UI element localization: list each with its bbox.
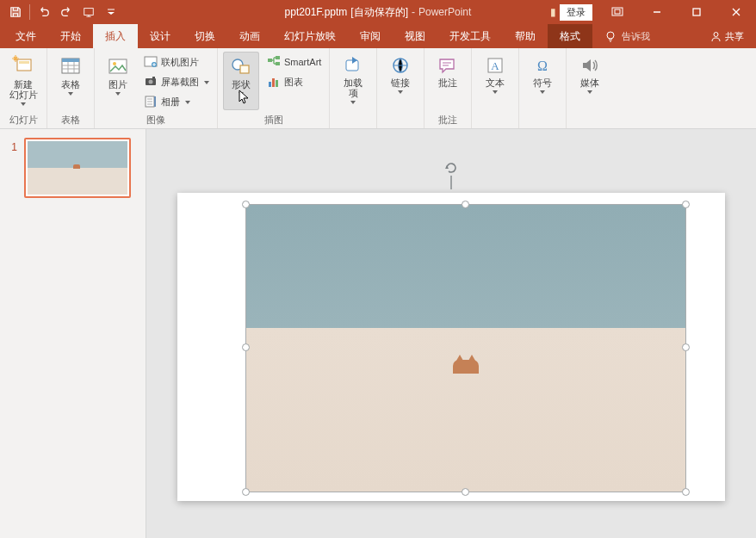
share-button[interactable]: 共享: [698, 24, 756, 48]
tab-slideshow[interactable]: 幻灯片放映: [272, 24, 348, 48]
svg-point-16: [149, 80, 153, 84]
comment-button[interactable]: 批注: [430, 52, 466, 110]
tab-view[interactable]: 视图: [393, 24, 437, 48]
qat-dropdown-icon[interactable]: [101, 2, 121, 22]
svg-rect-0: [84, 9, 94, 15]
chart-icon: [267, 75, 281, 89]
tab-format[interactable]: 格式: [548, 24, 592, 48]
rotate-handle[interactable]: [443, 160, 459, 189]
ribbon: 新建幻灯片 幻灯片 表格 表格 图片 联机: [0, 48, 756, 129]
screenshot-label: 屏幕截图: [161, 76, 199, 89]
group-text: A 文本: [472, 48, 519, 128]
tab-file[interactable]: 文件: [3, 24, 48, 48]
symbols-button[interactable]: Ω 符号: [524, 52, 561, 110]
slide-thumbnails-panel[interactable]: 1: [0, 129, 146, 538]
undo-icon[interactable]: [34, 2, 54, 22]
addins-button[interactable]: 加载项: [335, 52, 371, 110]
svg-rect-24: [276, 62, 280, 65]
resize-handle-bc[interactable]: [462, 488, 469, 496]
pictures-button[interactable]: 图片: [100, 52, 136, 110]
media-label: 媒体: [580, 77, 599, 88]
resize-handle-bl[interactable]: [242, 488, 250, 496]
new-slide-icon: [12, 55, 34, 77]
photo-album-button[interactable]: 相册: [141, 93, 212, 110]
resize-handle-br[interactable]: [682, 488, 690, 496]
group-symbols: Ω 符号: [519, 48, 567, 128]
resize-handle-tl[interactable]: [242, 201, 250, 208]
share-icon: [710, 31, 722, 42]
group-illustrations: 形状 SmartArt 图表 插图: [218, 48, 330, 128]
svg-rect-2: [615, 9, 620, 14]
media-button[interactable]: 媒体: [572, 52, 608, 110]
tab-insert[interactable]: 插入: [93, 24, 138, 48]
shapes-label: 形状: [232, 79, 251, 90]
slide-canvas-area[interactable]: [146, 129, 756, 538]
chart-button[interactable]: 图表: [264, 73, 324, 90]
slide[interactable]: [177, 193, 725, 501]
comment-label: 批注: [438, 77, 457, 88]
app-name-sep: -: [412, 6, 415, 18]
tab-transition[interactable]: 切换: [183, 24, 227, 48]
shapes-icon: [230, 55, 252, 77]
tab-animation[interactable]: 动画: [227, 24, 272, 48]
text-button[interactable]: A 文本: [477, 52, 513, 110]
ribbon-display-icon[interactable]: [598, 0, 637, 24]
text-label: 文本: [486, 77, 505, 88]
omega-icon: Ω: [532, 55, 553, 76]
group-illustrations-label: 插图: [264, 113, 283, 127]
maximize-icon[interactable]: [677, 0, 716, 24]
album-icon: [144, 95, 158, 108]
screenshot-icon: [144, 75, 158, 89]
links-button[interactable]: 链接: [382, 52, 418, 110]
shapes-button[interactable]: 形状: [223, 52, 259, 110]
close-icon[interactable]: [716, 0, 756, 24]
links-label: 链接: [391, 77, 410, 88]
tab-help[interactable]: 帮助: [503, 24, 548, 48]
addins-label: 加载项: [344, 77, 363, 98]
save-icon[interactable]: [5, 2, 26, 22]
screenshot-button[interactable]: 屏幕截图: [141, 73, 212, 90]
minimize-icon[interactable]: [637, 0, 677, 24]
tab-design[interactable]: 设计: [138, 24, 183, 48]
smartart-label: SmartArt: [284, 57, 321, 67]
resize-handle-mr[interactable]: [682, 343, 690, 351]
group-links: 链接: [377, 48, 424, 128]
new-slide-button[interactable]: 新建幻灯片: [5, 52, 41, 110]
tell-me[interactable]: 告诉我: [592, 24, 662, 48]
tab-review[interactable]: 审阅: [348, 24, 393, 48]
redo-icon[interactable]: [56, 2, 77, 22]
group-slides: 新建幻灯片 幻灯片: [0, 48, 47, 128]
document-title: ppt201F.pptm [自动保存的] - PowerPoint: [285, 5, 472, 20]
svg-text:A: A: [492, 59, 500, 72]
window-controls: ▮ 登录: [550, 0, 756, 24]
start-icon[interactable]: [78, 2, 99, 22]
resize-handle-ml[interactable]: [242, 343, 250, 351]
online-pictures-button[interactable]: 联机图片: [141, 53, 212, 71]
tab-home[interactable]: 开始: [48, 24, 93, 48]
lightbulb-icon: [604, 30, 617, 42]
thumbnail-preview[interactable]: [24, 138, 131, 198]
svg-rect-26: [272, 78, 275, 87]
ribbon-tabs: 文件 开始 插入 设计 切换 动画 幻灯片放映 审阅 视图 开发工具 帮助 格式…: [0, 24, 756, 48]
resize-handle-tc[interactable]: [462, 201, 469, 208]
thumbnail-1[interactable]: 1: [0, 138, 146, 198]
pictures-label: 图片: [108, 79, 127, 90]
table-button[interactable]: 表格: [53, 52, 89, 110]
text-icon: A: [485, 55, 505, 76]
new-slide-label: 新建幻灯片: [9, 79, 38, 100]
workspace: 1: [0, 129, 756, 538]
svg-rect-23: [276, 56, 280, 59]
chart-label: 图表: [284, 76, 303, 89]
svg-rect-4: [693, 9, 700, 15]
filename: ppt201F.pptm: [285, 6, 348, 18]
selected-picture[interactable]: [246, 205, 685, 492]
svg-rect-17: [152, 77, 155, 78]
online-pictures-icon: [144, 55, 158, 69]
tell-me-label: 告诉我: [622, 30, 650, 43]
login-button[interactable]: 登录: [560, 4, 592, 21]
quick-access-toolbar: [0, 0, 127, 24]
comment-icon: [437, 55, 458, 76]
tab-developer[interactable]: 开发工具: [437, 24, 503, 48]
smartart-button[interactable]: SmartArt: [264, 53, 324, 71]
resize-handle-tr[interactable]: [682, 201, 690, 208]
